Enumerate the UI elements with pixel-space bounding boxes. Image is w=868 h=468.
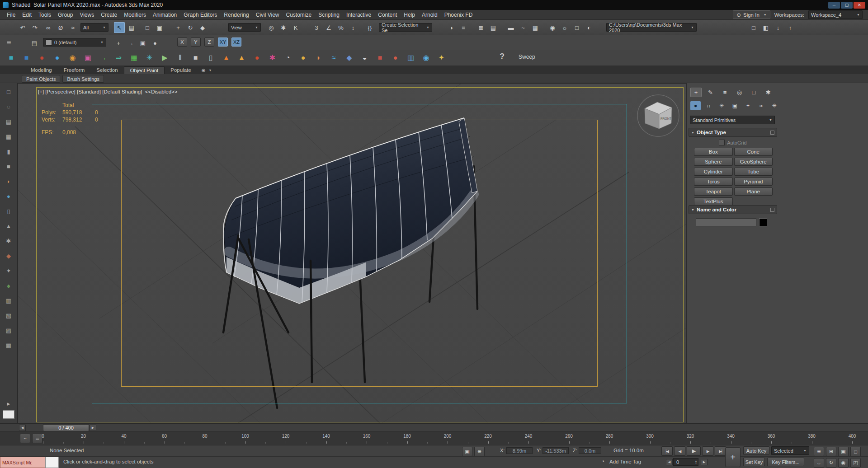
- field-of-view-icon[interactable]: ◉: [838, 458, 849, 468]
- load-container-icon[interactable]: ↓: [773, 22, 783, 33]
- named-selection-sets-select[interactable]: Create Selection Se▼: [379, 23, 432, 32]
- maximize-viewport-icon[interactable]: ◰: [850, 458, 861, 468]
- left-scatter-icon[interactable]: ✱: [4, 236, 14, 246]
- left-tree-icon[interactable]: ♠: [4, 281, 14, 290]
- create-tab[interactable]: +: [690, 88, 702, 97]
- rollout-pin-icon[interactable]: [770, 131, 774, 135]
- use-pivot-point-icon[interactable]: ◎: [266, 22, 277, 33]
- bind-to-space-warp-icon[interactable]: ≈: [67, 22, 78, 33]
- display-tab[interactable]: □: [748, 88, 760, 97]
- left-box-icon[interactable]: ■: [4, 161, 14, 171]
- add-selection-to-layer-icon[interactable]: →: [125, 37, 136, 48]
- viewport-canvas[interactable]: FRONT: [18, 84, 686, 423]
- ribbon-tab-populate[interactable]: Populate: [165, 66, 197, 74]
- left-stairs-icon[interactable]: ▧: [4, 310, 14, 320]
- lights-category-icon[interactable]: ☀: [717, 101, 727, 110]
- object-type-cylinder[interactable]: Cylinder: [694, 168, 733, 176]
- cameras-category-icon[interactable]: ▣: [730, 101, 740, 110]
- redo-icon[interactable]: ↷: [29, 22, 40, 33]
- inherit-container-icon[interactable]: ◧: [760, 22, 771, 33]
- select-and-rotate-icon[interactable]: ↻: [185, 22, 196, 33]
- name-and-color-rollout-header[interactable]: ▼ Name and Color: [689, 205, 777, 214]
- track-bar[interactable]: ~≣ 0204060801001201401601802002202402602…: [0, 431, 868, 445]
- left-layers-icon[interactable]: ▤: [4, 117, 14, 126]
- hierarchy-tab[interactable]: ≡: [719, 88, 731, 97]
- active-layer-select[interactable]: 0 (default) ▼: [43, 38, 106, 47]
- selection-lock-toggle-icon[interactable]: ▣: [462, 447, 472, 456]
- key-filters-button[interactable]: Key Filters...: [767, 458, 804, 466]
- clock-icon[interactable]: ◔: [282, 52, 293, 63]
- ribbon-tab-object-paint[interactable]: Object Paint: [124, 66, 165, 74]
- go-to-start-button[interactable]: |◀: [661, 446, 673, 456]
- solar-panel-model[interactable]: [223, 118, 477, 408]
- material-editor-icon[interactable]: ◉: [547, 22, 558, 33]
- left-select-region-icon[interactable]: □: [4, 87, 14, 97]
- teapot-icon[interactable]: ◗: [313, 52, 324, 63]
- zoom-all-icon[interactable]: ⊞: [826, 447, 836, 456]
- systems-category-icon[interactable]: ✳: [769, 101, 779, 110]
- time-step-up-button[interactable]: ▶: [701, 459, 708, 465]
- next-frame-button[interactable]: ▶: [702, 446, 713, 456]
- select-objects-in-layer-icon[interactable]: ▣: [137, 37, 148, 48]
- axis-constraint-y[interactable]: Y: [191, 37, 201, 47]
- project-path-field[interactable]: C:\Users\np\Documents\3ds Max 2020▼: [606, 23, 697, 32]
- magenta-panel-icon[interactable]: ▣: [82, 52, 94, 63]
- menu-edit[interactable]: Edit: [19, 11, 35, 19]
- add-time-tag[interactable]: Add Time Tag: [609, 459, 641, 464]
- menu-graph-editors[interactable]: Graph Editors: [180, 11, 220, 19]
- helpers-category-icon[interactable]: +: [743, 101, 753, 110]
- object-type-box[interactable]: Box: [694, 148, 733, 156]
- select-object-icon[interactable]: ↖: [114, 22, 125, 33]
- select-and-link-icon[interactable]: ∞: [43, 22, 54, 33]
- menu-create[interactable]: Create: [98, 11, 120, 19]
- undo-icon[interactable]: ↶: [17, 22, 28, 33]
- menu-content[interactable]: Content: [375, 11, 400, 19]
- close-button[interactable]: ✕: [854, 2, 865, 9]
- previous-frame-button[interactable]: ◀: [674, 446, 685, 456]
- previous-frame-nudge-button[interactable]: ◀: [19, 425, 26, 431]
- axis-constraint-xz[interactable]: XZ: [231, 37, 241, 47]
- time-slider-handle[interactable]: 0 / 400: [43, 424, 89, 431]
- left-grid-icon[interactable]: ▦: [4, 131, 14, 141]
- time-slider[interactable]: ◀ 0 / 400 ▶: [0, 423, 868, 431]
- toggle-layer-explorer-icon[interactable]: ▤: [488, 22, 499, 33]
- green-export-icon[interactable]: →: [98, 52, 109, 63]
- honey-icon[interactable]: ●: [297, 52, 309, 63]
- autogrid-checkbox[interactable]: [719, 140, 725, 145]
- subtab-brush-settings[interactable]: Brush Settings: [62, 75, 104, 83]
- toggle-ribbon-icon[interactable]: ▬: [505, 22, 516, 33]
- menu-customize[interactable]: Customize: [283, 11, 315, 19]
- object-type-torus[interactable]: Torus: [694, 178, 733, 186]
- stop-icon[interactable]: ■: [190, 52, 201, 63]
- vessel-icon[interactable]: ◆: [344, 52, 355, 63]
- menu-civil-view[interactable]: Civil View: [253, 11, 283, 19]
- layout-tabs-flyout-arrow[interactable]: ▶: [7, 402, 10, 406]
- create-new-layer-icon[interactable]: +: [113, 37, 124, 48]
- create-container-icon[interactable]: □: [748, 22, 759, 33]
- render-setup-icon[interactable]: ☼: [559, 22, 570, 33]
- splash-icon[interactable]: ✱: [267, 52, 278, 63]
- menu-file[interactable]: File: [4, 11, 19, 19]
- pause-icon[interactable]: ‖: [175, 52, 186, 63]
- left-sphere-icon[interactable]: ●: [4, 191, 14, 201]
- axis-constraint-xy[interactable]: XY: [218, 37, 228, 47]
- play-icon[interactable]: ▶: [159, 52, 170, 63]
- set-key-button[interactable]: Set Key: [743, 458, 765, 466]
- menu-animation[interactable]: Animation: [150, 11, 180, 19]
- window-crossing-icon[interactable]: ▣: [154, 22, 165, 33]
- y-coord-field[interactable]: -11.533m: [542, 447, 569, 454]
- object-type-plane[interactable]: Plane: [734, 187, 773, 196]
- time-step-down-button[interactable]: ◀: [666, 459, 673, 465]
- left-wall-icon[interactable]: ▥: [4, 295, 14, 305]
- selection-filter-select[interactable]: All▼: [80, 23, 108, 32]
- select-and-manipulate-icon[interactable]: ✱: [278, 22, 289, 33]
- spinner-arrows-icon[interactable]: ▲▼: [695, 460, 698, 464]
- key-mode-select[interactable]: Selected▼: [771, 446, 809, 455]
- render-production-icon[interactable]: ◐: [584, 22, 594, 33]
- globe-icon[interactable]: ◉: [420, 52, 432, 63]
- modify-tab[interactable]: ✎: [705, 88, 716, 97]
- maxscript-mini-listener[interactable]: MAXScript Mi:: [0, 457, 45, 468]
- align-icon[interactable]: ≡: [458, 22, 469, 33]
- object-color-swatch[interactable]: [759, 218, 767, 226]
- save-container-icon[interactable]: ↑: [785, 22, 796, 33]
